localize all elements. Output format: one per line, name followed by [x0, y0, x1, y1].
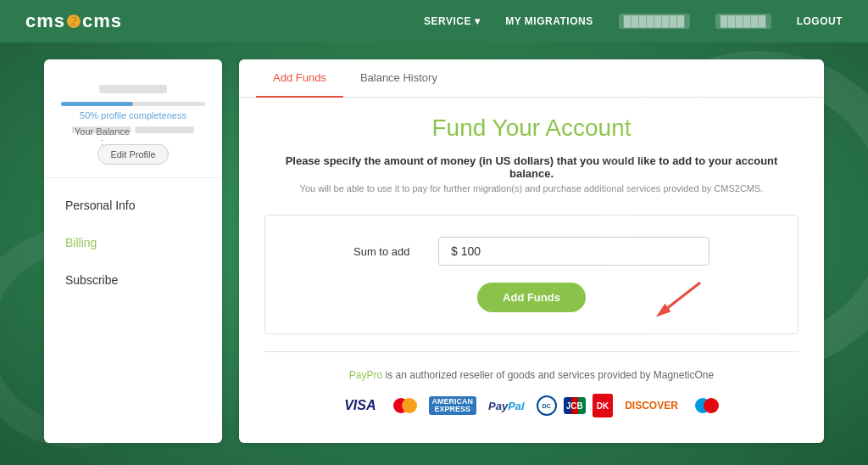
fund-description-normal: You will be able to use it to pay for fu… [264, 183, 798, 193]
nav-contact-us[interactable]: ████████ [619, 14, 690, 29]
amex-icon: AMERICAN EXPRESS [429, 396, 477, 415]
tabs: Add Funds Balance History [239, 59, 824, 98]
profile-progress-bar-container [61, 102, 205, 106]
add-funds-button[interactable]: Add Funds [477, 283, 586, 312]
sum-to-add-input[interactable] [438, 237, 709, 266]
payment-info: PayPro is an authorized reseller of good… [264, 351, 798, 417]
logo-text: cms➋cms [25, 10, 122, 32]
nav-account[interactable]: ██████ [715, 14, 771, 29]
main-container: 50% profile completeness Your Balance : … [19, 42, 849, 460]
profile-balance: Your Balance : [61, 124, 205, 134]
sum-to-add-label: Sum to add [353, 245, 421, 258]
payment-icons: VISA AMERICAN EXPRESS PayPal DC JCB DK D… [264, 394, 798, 417]
mastercard-icon [388, 394, 422, 417]
nav-my-migrations[interactable]: MY MIGRATIONS [505, 15, 593, 27]
dk-icon: DK [593, 394, 613, 417]
logo-arrow: ➋ [67, 14, 81, 31]
sidebar-nav: Personal Info Billing Subscribe [44, 178, 222, 307]
visa-icon: VISA [339, 394, 381, 417]
balance-value [135, 126, 194, 133]
sidebar-item-subscribe[interactable]: Subscribe [44, 261, 222, 299]
authorized-text: is an authorized reseller of goods and s… [386, 369, 715, 381]
logo: cms➋cms [25, 10, 122, 32]
mc-orange-circle [402, 398, 417, 413]
nav-logout[interactable]: LOGOUT [797, 15, 843, 27]
maestro-icon [690, 394, 724, 417]
balance-label: Your Balance : [72, 126, 131, 133]
navbar: cms➋cms SERVICE MY MIGRATIONS ████████ █… [0, 0, 868, 42]
discover-icon: DISCOVER [620, 394, 683, 417]
sidebar-item-personal-info[interactable]: Personal Info [44, 187, 222, 224]
fund-form-row: Sum to add [291, 237, 772, 266]
tab-add-funds[interactable]: Add Funds [256, 59, 343, 98]
edit-profile-button[interactable]: Edit Profile [97, 144, 168, 165]
add-funds-btn-wrap: Add Funds [291, 283, 772, 312]
fund-title: Fund Your Account [264, 115, 798, 142]
paypal-icon: PayPal [483, 394, 530, 417]
tab-balance-history[interactable]: Balance History [343, 59, 454, 98]
sidebar-item-billing[interactable]: Billing [44, 224, 222, 261]
fund-description-bold: Please specify the amount of money (in U… [264, 154, 798, 180]
arrow-indicator [637, 274, 704, 328]
fund-description: Please specify the amount of money (in U… [264, 154, 798, 193]
profile-avatar-name [99, 85, 167, 93]
paypro-link[interactable]: PayPro [349, 369, 382, 381]
maestro-red-circle [704, 398, 719, 413]
sidebar: 50% profile completeness Your Balance : … [44, 59, 222, 443]
fund-content: Fund Your Account Please specify the amo… [239, 98, 824, 443]
diners-icon: DC [537, 395, 557, 416]
fund-form-area: Sum to add Add Funds [264, 215, 798, 334]
payment-authorized-text: PayPro is an authorized reseller of good… [264, 369, 798, 381]
main-panel: Add Funds Balance History Fund Your Acco… [239, 59, 824, 443]
profile-progress-bar [61, 102, 133, 106]
jcb-icon: JCB [564, 397, 586, 414]
nav-service[interactable]: SERVICE [424, 15, 480, 27]
sidebar-profile: 50% profile completeness Your Balance : … [44, 76, 222, 178]
svg-line-1 [662, 283, 700, 312]
profile-completeness: 50% profile completeness [61, 110, 205, 120]
navbar-links: SERVICE MY MIGRATIONS ████████ ██████ LO… [424, 14, 843, 29]
